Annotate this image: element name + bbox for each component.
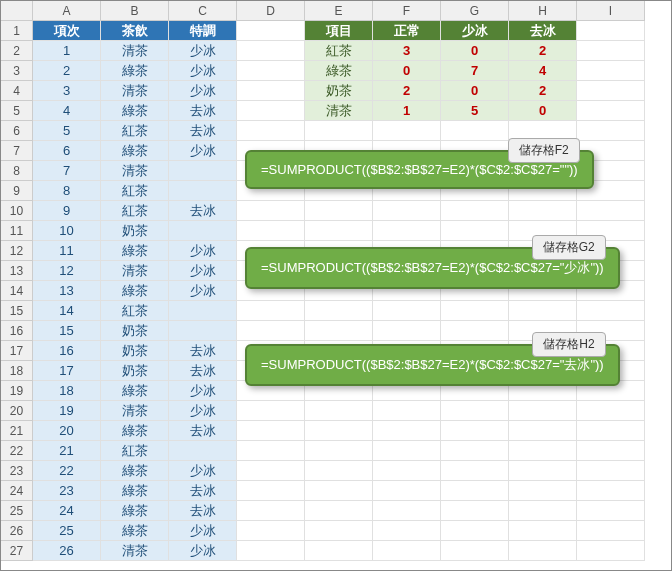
col-header-D[interactable]: D [237, 1, 305, 21]
cell-G24[interactable] [441, 481, 509, 501]
cell-B12[interactable]: 綠茶 [101, 241, 169, 261]
row-header-27[interactable]: 27 [1, 541, 33, 561]
row-header-8[interactable]: 8 [1, 161, 33, 181]
cell-I2[interactable] [577, 41, 645, 61]
cell-E26[interactable] [305, 521, 373, 541]
cell-A23[interactable]: 22 [33, 461, 101, 481]
cell-E27[interactable] [305, 541, 373, 561]
cell-C7[interactable]: 少冰 [169, 141, 237, 161]
cell-E25[interactable] [305, 501, 373, 521]
cell-F20[interactable] [373, 401, 441, 421]
cell-G23[interactable] [441, 461, 509, 481]
cell-B13[interactable]: 清茶 [101, 261, 169, 281]
cell-G16[interactable] [441, 321, 509, 341]
cell-C8[interactable] [169, 161, 237, 181]
cell-H24[interactable] [509, 481, 577, 501]
cell-B25[interactable]: 綠茶 [101, 501, 169, 521]
cell-F5[interactable]: 1 [373, 101, 441, 121]
row-header-3[interactable]: 3 [1, 61, 33, 81]
cell-A15[interactable]: 14 [33, 301, 101, 321]
cell-A2[interactable]: 1 [33, 41, 101, 61]
cell-C11[interactable] [169, 221, 237, 241]
cell-B21[interactable]: 綠茶 [101, 421, 169, 441]
cell-C16[interactable] [169, 321, 237, 341]
cell-D22[interactable] [237, 441, 305, 461]
cell-D11[interactable] [237, 221, 305, 241]
row-header-22[interactable]: 22 [1, 441, 33, 461]
cell-C13[interactable]: 少冰 [169, 261, 237, 281]
cell-D16[interactable] [237, 321, 305, 341]
cell-G11[interactable] [441, 221, 509, 241]
row-header-16[interactable]: 16 [1, 321, 33, 341]
cell-I27[interactable] [577, 541, 645, 561]
cell-B3[interactable]: 綠茶 [101, 61, 169, 81]
cell-D4[interactable] [237, 81, 305, 101]
cell-B19[interactable]: 綠茶 [101, 381, 169, 401]
cell-E4[interactable]: 奶茶 [305, 81, 373, 101]
cell-E3[interactable]: 綠茶 [305, 61, 373, 81]
row-header-7[interactable]: 7 [1, 141, 33, 161]
cell-A9[interactable]: 8 [33, 181, 101, 201]
row-header-11[interactable]: 11 [1, 221, 33, 241]
row-header-20[interactable]: 20 [1, 401, 33, 421]
cell-E6[interactable] [305, 121, 373, 141]
cell-G15[interactable] [441, 301, 509, 321]
cell-D23[interactable] [237, 461, 305, 481]
cell-A18[interactable]: 17 [33, 361, 101, 381]
row-header-1[interactable]: 1 [1, 21, 33, 41]
cell-C5[interactable]: 去冰 [169, 101, 237, 121]
cell-H26[interactable] [509, 521, 577, 541]
col-header-I[interactable]: I [577, 1, 645, 21]
cell-H15[interactable] [509, 301, 577, 321]
cell-E22[interactable] [305, 441, 373, 461]
row-header-12[interactable]: 12 [1, 241, 33, 261]
row-header-13[interactable]: 13 [1, 261, 33, 281]
cell-I22[interactable] [577, 441, 645, 461]
cell-B6[interactable]: 紅茶 [101, 121, 169, 141]
cell-B18[interactable]: 奶茶 [101, 361, 169, 381]
cell-C15[interactable] [169, 301, 237, 321]
row-header-23[interactable]: 23 [1, 461, 33, 481]
cell-E24[interactable] [305, 481, 373, 501]
row-header-18[interactable]: 18 [1, 361, 33, 381]
cell-C22[interactable] [169, 441, 237, 461]
cell-G2[interactable]: 0 [441, 41, 509, 61]
cell-C12[interactable]: 少冰 [169, 241, 237, 261]
cell-C17[interactable]: 去冰 [169, 341, 237, 361]
cell-B26[interactable]: 綠茶 [101, 521, 169, 541]
cell-A22[interactable]: 21 [33, 441, 101, 461]
cell-B17[interactable]: 奶茶 [101, 341, 169, 361]
cell-B8[interactable]: 清茶 [101, 161, 169, 181]
cell-G22[interactable] [441, 441, 509, 461]
cell-I4[interactable] [577, 81, 645, 101]
cell-B15[interactable]: 紅茶 [101, 301, 169, 321]
cell-I3[interactable] [577, 61, 645, 81]
row-header-5[interactable]: 5 [1, 101, 33, 121]
cell-H1[interactable]: 去冰 [509, 21, 577, 41]
cell-B24[interactable]: 綠茶 [101, 481, 169, 501]
cell-D3[interactable] [237, 61, 305, 81]
cell-B1[interactable]: 茶飲 [101, 21, 169, 41]
cell-I21[interactable] [577, 421, 645, 441]
col-header-A[interactable]: A [33, 1, 101, 21]
cell-A21[interactable]: 20 [33, 421, 101, 441]
col-header-B[interactable]: B [101, 1, 169, 21]
cell-D5[interactable] [237, 101, 305, 121]
cell-F2[interactable]: 3 [373, 41, 441, 61]
cell-G4[interactable]: 0 [441, 81, 509, 101]
cell-D26[interactable] [237, 521, 305, 541]
cell-C26[interactable]: 少冰 [169, 521, 237, 541]
cell-G26[interactable] [441, 521, 509, 541]
cell-G3[interactable]: 7 [441, 61, 509, 81]
cell-F15[interactable] [373, 301, 441, 321]
row-header-17[interactable]: 17 [1, 341, 33, 361]
cell-C14[interactable]: 少冰 [169, 281, 237, 301]
cell-E15[interactable] [305, 301, 373, 321]
row-header-26[interactable]: 26 [1, 521, 33, 541]
cell-B20[interactable]: 清茶 [101, 401, 169, 421]
row-header-19[interactable]: 19 [1, 381, 33, 401]
row-header-4[interactable]: 4 [1, 81, 33, 101]
cell-B7[interactable]: 綠茶 [101, 141, 169, 161]
cell-F4[interactable]: 2 [373, 81, 441, 101]
cell-A11[interactable]: 10 [33, 221, 101, 241]
